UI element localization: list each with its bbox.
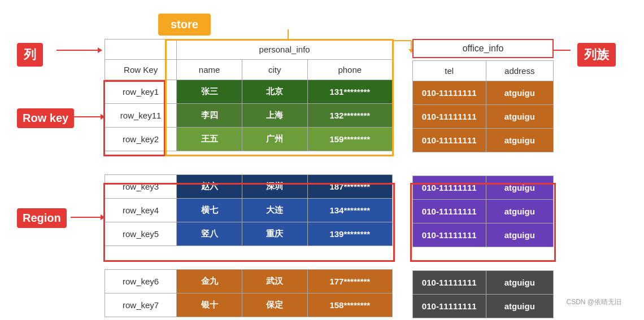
header-phone: phone (307, 59, 392, 80)
table-row: row_key11 李四 上海 132******** (105, 103, 393, 127)
name-cell: 王五 (177, 127, 242, 151)
tel-cell: 010-11111111 (413, 199, 486, 223)
tel-cell: 010-11111111 (413, 104, 486, 128)
label-lie: 列 (17, 43, 43, 67)
gap-row (413, 152, 554, 176)
name-cell: 赵六 (177, 174, 242, 198)
diagram-container: 列 列族 Row key Region store office_info pe… (11, 8, 633, 313)
right-table-row: 010-11111111 atguigu (413, 128, 554, 152)
address-cell: atguigu (486, 270, 554, 294)
tel-cell: 010-11111111 (413, 176, 486, 199)
city-cell: 广州 (242, 127, 307, 151)
key-cell: row_key2 (105, 127, 177, 151)
tel-cell: 010-11111111 (413, 128, 486, 152)
city-cell: 大连 (242, 198, 307, 222)
city-cell: 北京 (242, 80, 307, 103)
phone-cell: 159******** (307, 127, 392, 151)
address-cell: atguigu (486, 104, 554, 128)
right-table-row: 010-11111111 atguigu (413, 81, 554, 104)
office-info-box: office_info (412, 39, 554, 58)
tel-cell: 010-11111111 (413, 294, 486, 318)
gap-row (413, 247, 554, 270)
header-address: address (486, 60, 554, 81)
name-cell: 张三 (177, 80, 242, 103)
header-personal-info: personal_info (177, 39, 393, 59)
city-cell: 上海 (242, 103, 307, 127)
city-cell: 重庆 (242, 222, 307, 246)
main-table: personal_info Row Key name city phone ro… (105, 39, 393, 317)
gap-row (105, 151, 393, 174)
address-cell: atguigu (486, 128, 554, 152)
header-rowkey: Row Key (105, 59, 177, 80)
right-table: tel address 010-11111111 atguigu 010-111… (412, 60, 554, 318)
arrow-region (71, 217, 105, 218)
table-row: row_key6 金九 武汉 177******** (105, 269, 393, 293)
header-empty (105, 39, 177, 59)
city-cell: 武汉 (242, 269, 307, 293)
key-cell: row_key4 (105, 198, 177, 222)
table-row: row_key7 银十 保定 158******** (105, 293, 393, 317)
phone-cell: 139******** (307, 222, 392, 246)
right-table-row: 010-11111111 atguigu (413, 199, 554, 223)
name-cell: 金九 (177, 269, 242, 293)
tel-cell: 010-11111111 (413, 223, 486, 247)
key-cell: row_key7 (105, 293, 177, 317)
phone-cell: 134******** (307, 198, 392, 222)
label-liezu: 列族 (577, 43, 616, 67)
watermark: CSDN @依晴无旧 (566, 297, 621, 307)
key-cell: row_key5 (105, 222, 177, 246)
phone-cell: 132******** (307, 103, 392, 127)
name-cell: 银十 (177, 293, 242, 317)
arrow-lie (56, 50, 102, 51)
arrow-rowkey (71, 116, 105, 117)
label-region: Region (17, 208, 67, 228)
header-row-2: Row Key name city phone (105, 59, 393, 80)
address-cell: atguigu (486, 176, 554, 199)
name-cell: 横七 (177, 198, 242, 222)
city-cell: 深圳 (242, 174, 307, 198)
key-cell: row_key11 (105, 103, 177, 127)
table-row: row_key5 竖八 重庆 139******** (105, 222, 393, 246)
header-name: name (177, 59, 242, 80)
phone-cell: 131******** (307, 80, 392, 103)
table-row: row_key1 张三 北京 131******** (105, 80, 393, 103)
address-cell: atguigu (486, 223, 554, 247)
label-rowkey: Row key (17, 108, 74, 128)
address-cell: atguigu (486, 81, 554, 104)
key-cell: row_key6 (105, 269, 177, 293)
table-row: row_key2 王五 广州 159******** (105, 127, 393, 151)
name-cell: 竖八 (177, 222, 242, 246)
city-cell: 保定 (242, 293, 307, 317)
key-cell: row_key1 (105, 80, 177, 103)
store-box: store (158, 14, 211, 36)
phone-cell: 177******** (307, 269, 392, 293)
right-table-row: 010-11111111 atguigu (413, 294, 554, 318)
phone-cell: 187******** (307, 174, 392, 198)
table-row: row_key3 赵六 深圳 187******** (105, 174, 393, 198)
header-row-1: personal_info (105, 39, 393, 59)
table-row: row_key4 横七 大连 134******** (105, 198, 393, 222)
tel-cell: 010-11111111 (413, 81, 486, 104)
right-table-row: 010-11111111 atguigu (413, 104, 554, 128)
header-tel: tel (413, 60, 486, 81)
key-cell: row_key3 (105, 174, 177, 198)
right-table-row: 010-11111111 atguigu (413, 176, 554, 199)
right-table-row: 010-11111111 atguigu (413, 223, 554, 247)
address-cell: atguigu (486, 294, 554, 318)
right-table-row: 010-11111111 atguigu (413, 270, 554, 294)
gap-row (105, 246, 393, 269)
header-city: city (242, 59, 307, 80)
name-cell: 李四 (177, 103, 242, 127)
phone-cell: 158******** (307, 293, 392, 317)
address-cell: atguigu (486, 199, 554, 223)
right-header-row: tel address (413, 60, 554, 81)
tel-cell: 010-11111111 (413, 270, 486, 294)
